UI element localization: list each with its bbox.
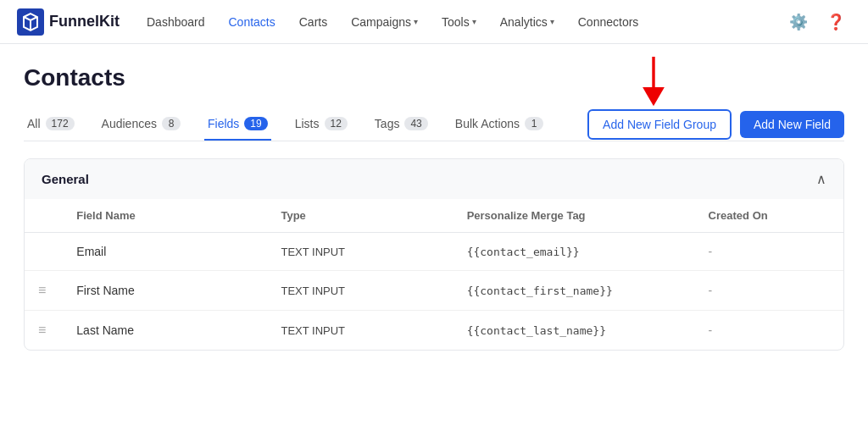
- help-button[interactable]: ❓: [821, 7, 851, 37]
- settings-button[interactable]: ⚙️: [783, 7, 814, 37]
- tab-lists-badge: 12: [325, 117, 348, 130]
- drag-handle-firstname[interactable]: ≡: [25, 271, 63, 311]
- analytics-chevron: ▾: [550, 17, 554, 26]
- page-title: Contacts: [24, 64, 844, 91]
- section-title: General: [42, 172, 89, 186]
- field-type-firstname: TEXT INPUT: [267, 271, 453, 311]
- tab-tags-badge: 43: [404, 117, 427, 130]
- drag-icon: ≡: [38, 323, 46, 337]
- section-header[interactable]: General ∧: [25, 159, 843, 199]
- table-row: ≡ Last Name TEXT INPUT {{contact_last_na…: [25, 311, 843, 351]
- tab-all-badge: 172: [46, 117, 75, 130]
- field-merge-email: {{contact_email}}: [453, 233, 695, 271]
- drag-handle-lastname[interactable]: ≡: [25, 311, 63, 351]
- nav-campaigns[interactable]: Campaigns ▾: [341, 10, 428, 34]
- th-field-name: Field Name: [63, 199, 267, 233]
- nav-contacts[interactable]: Contacts: [219, 10, 286, 34]
- field-type-email: TEXT INPUT: [267, 233, 453, 271]
- tab-all[interactable]: All 172: [24, 108, 78, 141]
- tab-audiences-badge: 8: [162, 117, 181, 130]
- fields-table: Field Name Type Personalize Merge Tag Cr…: [25, 199, 843, 350]
- th-created: Created On: [695, 199, 843, 233]
- navbar: FunnelKit Dashboard Contacts Carts Campa…: [0, 0, 868, 44]
- drag-cell: [25, 233, 63, 271]
- tabs-row: All 172 Audiences 8 Fields 19 Lists 12 T…: [24, 108, 844, 141]
- field-created-email: -: [695, 233, 843, 271]
- nav-dashboard[interactable]: Dashboard: [136, 10, 215, 34]
- nav-carts[interactable]: Carts: [289, 10, 337, 34]
- tab-fields-badge: 19: [244, 117, 267, 130]
- page-content: Contacts All 172 Audiences 8 Fields 19 L…: [0, 44, 868, 371]
- tools-chevron: ▾: [472, 17, 476, 26]
- table-row: Email TEXT INPUT {{contact_email}} -: [25, 233, 843, 271]
- logo-text: FunnelKit: [49, 13, 120, 30]
- add-field-button[interactable]: Add New Field: [740, 111, 844, 138]
- field-name-email: Email: [63, 233, 267, 271]
- tab-bulk-actions[interactable]: Bulk Actions 1: [452, 108, 547, 141]
- drag-icon: ≡: [38, 283, 46, 297]
- logo[interactable]: FunnelKit: [17, 8, 120, 36]
- th-type: Type: [267, 199, 453, 233]
- nav-analytics[interactable]: Analytics ▾: [490, 10, 565, 34]
- tab-audiences[interactable]: Audiences 8: [98, 108, 184, 141]
- nav-tools[interactable]: Tools ▾: [431, 10, 487, 34]
- tab-bulk-actions-badge: 1: [525, 117, 543, 130]
- field-created-firstname: -: [695, 271, 843, 311]
- tab-lists[interactable]: Lists 12: [292, 108, 351, 141]
- tab-actions: Add New Field Group Add New Field: [587, 109, 844, 140]
- field-name-lastname: Last Name: [63, 311, 267, 351]
- table-row: ≡ First Name TEXT INPUT {{contact_first_…: [25, 271, 843, 311]
- tabs-list: All 172 Audiences 8 Fields 19 Lists 12 T…: [24, 108, 587, 141]
- campaigns-chevron: ▾: [414, 17, 418, 26]
- field-name-firstname: First Name: [63, 271, 267, 311]
- table-header-row: Field Name Type Personalize Merge Tag Cr…: [25, 199, 843, 233]
- field-merge-firstname: {{contact_first_name}}: [453, 271, 695, 311]
- th-drag: [25, 199, 63, 233]
- tab-fields[interactable]: Fields 19: [204, 108, 271, 141]
- nav-icons: ⚙️ ❓: [783, 7, 851, 37]
- field-type-lastname: TEXT INPUT: [267, 311, 453, 351]
- tab-tags[interactable]: Tags 43: [371, 108, 431, 141]
- general-section: General ∧ Field Name Type Personalize Me…: [24, 158, 844, 351]
- field-merge-lastname: {{contact_last_name}}: [453, 311, 695, 351]
- nav-connectors[interactable]: Connectors: [568, 10, 649, 34]
- add-field-group-button[interactable]: Add New Field Group: [587, 109, 732, 140]
- section-collapse-icon: ∧: [816, 171, 826, 187]
- th-merge: Personalize Merge Tag: [453, 199, 695, 233]
- field-created-lastname: -: [695, 311, 843, 351]
